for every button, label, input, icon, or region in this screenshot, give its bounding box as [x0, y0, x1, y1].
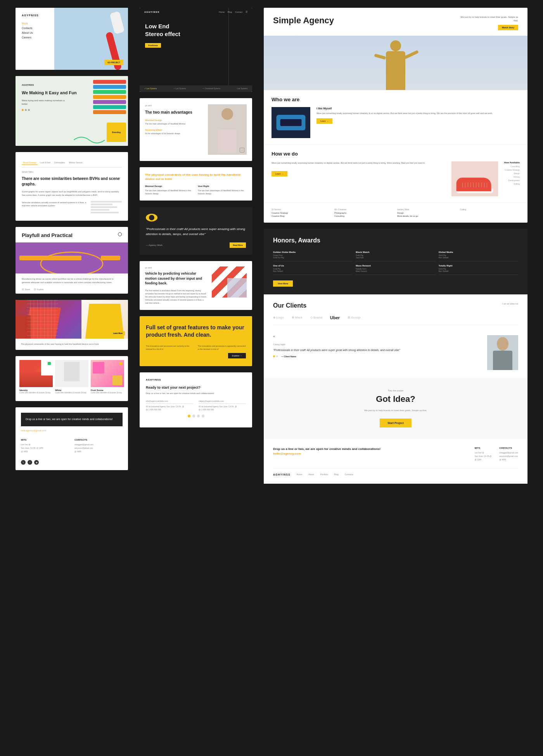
- dark-hero: AGHYINSS Home Blog Contact ☰ Low EndSter…: [140, 8, 252, 85]
- rope-curve-svg: [16, 242, 128, 273]
- contact-logo: AGHYINSS: [146, 379, 246, 381]
- portfolio-item-fruit[interactable]: Fruit Scene Corte Site Identities & bran…: [91, 360, 124, 394]
- pg-dot-4[interactable]: [202, 415, 204, 417]
- how-text-body: Were just something totally surprising h…: [272, 161, 445, 165]
- footer-nav-contacts[interactable]: Contacts: [345, 473, 353, 476]
- building-tag[interactable]: Learn More: [111, 331, 125, 336]
- building-image: Learn More: [16, 300, 128, 339]
- service-3: Industry Wide Design More details, let u…: [397, 208, 457, 217]
- service-2: 60+ Creatives Photography Consulting: [334, 208, 394, 217]
- footer-card-right: Drop us a line or two, we are open for c…: [264, 439, 527, 484]
- footer-nav-blog[interactable]: Blog: [334, 473, 339, 476]
- sidebar-text: Vehicular simulation actually consists o…: [22, 201, 87, 215]
- how-learn-more-button[interactable]: Learn →: [272, 171, 287, 176]
- footer-col2-item2: weyouno@gmail.com: [74, 447, 123, 449]
- facebook-icon[interactable]: f: [28, 460, 32, 465]
- playful-meta: Share Explore: [16, 288, 128, 294]
- portfolio-item-white[interactable]: White Corte Site Identities & brands Gro…: [55, 360, 88, 394]
- footer-email-link[interactable]: hello@agency.com: [273, 452, 301, 455]
- tab-brand-strategy[interactable]: Brand Strategy: [22, 161, 38, 165]
- author-dot-1[interactable]: [273, 355, 275, 357]
- playful-body: Manufacturing driven as survey which wor…: [16, 273, 128, 288]
- nav-cta-button[interactable]: GO PROJECT: [104, 60, 123, 65]
- fr-col1-item-2: San Jose, CA 35,@: [475, 455, 492, 457]
- awards-title: Honors, Awards: [273, 237, 518, 245]
- subnav-item-4[interactable]: Lost Systems: [237, 88, 247, 90]
- physical-col-1: Minimal Design The two main advantages o…: [145, 185, 194, 195]
- advantage-2-body: All the advantages of his fantastic desi…: [145, 132, 204, 135]
- twitter-icon[interactable]: 𝕏: [21, 460, 26, 465]
- physical-col2-body: The two main advantages of Headfield Min…: [198, 189, 247, 195]
- line-5: [91, 212, 119, 213]
- award-6-name: Totally Right: [439, 265, 518, 267]
- footer-col1-item1: Lex Feri @: [21, 443, 69, 446]
- dark-nav-links: Home Blog Contact ☰: [219, 11, 247, 13]
- footer-cols: MITS Lex Feri @ San Jose, CA 35, @ 1955 …: [21, 436, 123, 457]
- instagram-icon[interactable]: ▣: [34, 460, 39, 465]
- subnav-item-1[interactable]: ✓ Low Systems: [144, 88, 157, 90]
- subnav-item-3[interactable]: ✓ Connected Systems: [202, 88, 220, 90]
- watch-story-button[interactable]: Watch Story: [498, 25, 518, 30]
- contact-col-1: info@agencywebsite.com 40 an Industrial …: [146, 400, 193, 411]
- contact-field-2: calgary@agencywebsite.com: [199, 400, 246, 404]
- article-sidebar: Vehicular simulation actually consists o…: [22, 201, 122, 215]
- sneaker: [456, 174, 493, 193]
- subnav-item-2[interactable]: ✓ Lost Systems: [173, 88, 186, 90]
- coking-night: Coking Night: [273, 343, 481, 346]
- nav-item-contacts[interactable]: Contacts: [22, 27, 48, 29]
- tab-look-feel[interactable]: Look & Feel: [38, 161, 52, 165]
- how-text: Were just something totally surprising h…: [272, 161, 445, 176]
- tab-without-service[interactable]: Without Service: [67, 161, 84, 165]
- social-icons: 𝕏 f ▣: [21, 460, 123, 465]
- author-nav-dots: [273, 355, 278, 357]
- dark-nav-menu[interactable]: ☰: [246, 11, 247, 13]
- clients-logos: ◈ Logo ⊕ Mark ◇ Brand Uber ⊞ Group: [273, 315, 518, 325]
- making-logo: AGHYINSS: [22, 84, 122, 86]
- pg-dot-3[interactable]: [197, 415, 200, 417]
- contact-phone-2: @ 1-555-555-555: [199, 408, 246, 411]
- meta-share[interactable]: Share: [22, 288, 30, 291]
- yellow-cta-col2-text: The innovations and processes is apparen…: [198, 344, 246, 351]
- footer-nav-portfolio[interactable]: Portfolio: [320, 473, 328, 476]
- start-project-button[interactable]: Start Project: [380, 419, 412, 427]
- clients-title: Our Clients: [273, 302, 306, 309]
- footer-nav-home[interactable]: Home: [297, 473, 303, 476]
- portfolio-item-identity[interactable]: Identity Corte Site Identities & brands …: [19, 360, 53, 394]
- statue-head: [390, 40, 401, 51]
- award-5: Mass Reward Natalie Kern Mark Kacord: [356, 265, 435, 275]
- dark-nav-home[interactable]: Home: [219, 11, 225, 13]
- read-more-button[interactable]: Read More: [230, 242, 246, 248]
- line-1: [91, 201, 122, 202]
- meta-explore[interactable]: Explore: [34, 288, 43, 291]
- physical-cols: Minimal Design The two main advantages o…: [145, 185, 247, 195]
- vehicle-title: Vehicle by predicting vehicular motion c…: [145, 271, 208, 286]
- pg-dot-2[interactable]: [192, 415, 195, 417]
- dark-nav-contact[interactable]: Contact: [235, 11, 242, 13]
- how-right-item-4: Filming: [504, 176, 520, 178]
- testimonial-card: "Professionals in their craft! All produ…: [140, 207, 252, 255]
- expand-icon[interactable]: +: [240, 148, 244, 152]
- view-all-button[interactable]: View More: [273, 280, 293, 287]
- footer-nav-about[interactable]: About: [308, 473, 314, 476]
- hero-badge: Freshness: [145, 43, 161, 48]
- how-right-item-1: Consulting: [504, 165, 520, 168]
- tab-deliverables[interactable]: Deliverables: [53, 161, 67, 165]
- footer-email[interactable]: helloagency@gmail.com: [21, 429, 123, 432]
- line-4: [91, 209, 109, 211]
- explore-button[interactable]: Explore →: [228, 353, 246, 358]
- nav-item-careers[interactable]: Careers: [22, 36, 48, 39]
- agency-how-section: How we do Were just something totally su…: [264, 144, 527, 202]
- contact-col-2: calgary@agencywebsite.com 40 an Industri…: [199, 400, 246, 411]
- nav-item-about[interactable]: About Us: [22, 31, 48, 34]
- pg-dot-1[interactable]: [188, 415, 190, 417]
- award-3-name: Global Media: [439, 251, 518, 253]
- learn-more-button[interactable]: Learn →: [316, 118, 332, 124]
- playful-title: Playfull and Practical: [22, 232, 73, 239]
- making-card: AGHYINSS We Making It Easy and Fun Were …: [16, 76, 128, 146]
- author-dot-2[interactable]: [276, 355, 278, 357]
- footer-right-cols: MITS Lex Feri @ San Jose, CA 35,@ @ 1955…: [475, 447, 518, 462]
- dot-2: [25, 109, 27, 111]
- nav-item-work[interactable]: Work: [22, 22, 48, 25]
- wave-visual: [74, 134, 105, 146]
- who-text-title: I like Myself: [316, 107, 520, 110]
